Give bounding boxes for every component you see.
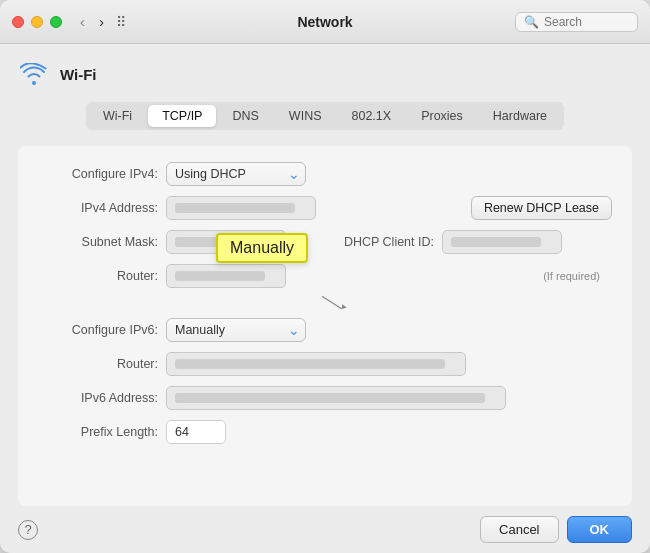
network-window: ‹ › ⠿ Network 🔍 Wi-Fi Wi-Fi [0,0,650,553]
ipv6-router-row: Router: [38,352,612,376]
configure-ipv4-wrapper: Using DHCP Manually Off ⌄ [166,162,306,186]
configure-ipv6-wrapper: Automatically Manually Off ⌄ [166,318,306,342]
ipv4-address-row: IPv4 Address: Renew DHCP Lease [38,196,612,220]
subnet-mask-input[interactable] [166,230,286,254]
ipv4-address-input[interactable] [166,196,316,220]
wifi-icon [18,58,50,90]
tab-bar: Wi-Fi TCP/IP DNS WINS 802.1X Proxies Har… [86,102,564,130]
ok-button[interactable]: OK [567,516,633,543]
tab-8021x[interactable]: 802.1X [338,105,406,127]
configure-ipv4-select[interactable]: Using DHCP Manually Off [166,162,306,186]
dhcp-hint: (If required) [543,270,612,282]
tab-tcpip[interactable]: TCP/IP [148,105,216,127]
subnet-mask-row: Subnet Mask: DHCP Client ID: [38,230,612,254]
minimize-button[interactable] [31,16,43,28]
ipv6-address-input[interactable] [166,386,506,410]
ipv6-address-label: IPv6 Address: [38,391,158,405]
window-title: Network [297,14,352,30]
ipv6-router-input[interactable] [166,352,466,376]
back-arrow-icon[interactable]: ‹ [76,11,89,32]
wifi-header: Wi-Fi [18,58,632,90]
bottom-bar: ? Cancel OK [0,506,650,553]
cancel-button[interactable]: Cancel [480,516,558,543]
tab-proxies[interactable]: Proxies [407,105,477,127]
dhcp-client-id-input[interactable] [442,230,562,254]
router-input[interactable] [166,264,286,288]
tab-hardware[interactable]: Hardware [479,105,561,127]
titlebar: ‹ › ⠿ Network 🔍 [0,0,650,44]
search-box[interactable]: 🔍 [515,12,638,32]
tab-dns[interactable]: DNS [218,105,272,127]
dhcp-client-id-label: DHCP Client ID: [314,235,434,249]
form-area: Configure IPv4: Using DHCP Manually Off … [18,146,632,506]
content-area: Wi-Fi Wi-Fi TCP/IP DNS WINS 802.1X Proxi… [0,44,650,506]
search-input[interactable] [544,15,629,29]
forward-arrow-icon[interactable]: › [95,11,108,32]
ipv4-address-label: IPv4 Address: [38,201,158,215]
ipv6-address-row: IPv6 Address: [38,386,612,410]
configure-ipv4-label: Configure IPv4: [38,167,158,181]
prefix-length-row: Prefix Length: 64 [38,420,612,444]
configure-ipv6-select[interactable]: Automatically Manually Off [166,318,306,342]
configure-ipv6-row: Configure IPv6: Automatically Manually O… [38,318,612,342]
router-label: Router: [38,269,158,283]
subnet-mask-label: Subnet Mask: [38,235,158,249]
renew-dhcp-button[interactable]: Renew DHCP Lease [471,196,612,220]
maximize-button[interactable] [50,16,62,28]
ipv6-router-label: Router: [38,357,158,371]
configure-ipv6-label: Configure IPv6: [38,323,158,337]
configure-ipv4-row: Configure IPv4: Using DHCP Manually Off … [38,162,612,186]
tab-wifi[interactable]: Wi-Fi [89,105,146,127]
close-button[interactable] [12,16,24,28]
grid-icon[interactable]: ⠿ [116,14,126,30]
prefix-length-value: 64 [175,425,189,439]
nav-arrows: ‹ › [76,11,108,32]
wifi-label: Wi-Fi [60,66,97,83]
tab-wins[interactable]: WINS [275,105,336,127]
prefix-length-input[interactable]: 64 [166,420,226,444]
traffic-lights [12,16,62,28]
prefix-length-label: Prefix Length: [38,425,158,439]
help-button[interactable]: ? [18,520,38,540]
dhcp-hint-row: Router: (If required) [38,264,612,288]
search-icon: 🔍 [524,15,539,29]
